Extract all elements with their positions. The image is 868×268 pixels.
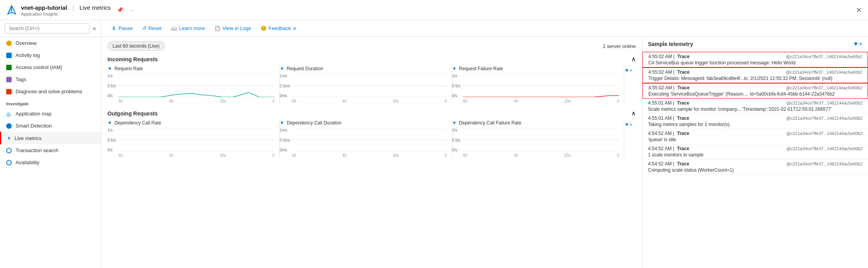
request-duration-header: ▼ Request Duration — [280, 66, 447, 71]
metrics-content: Last 60 seconds (Live) 1 server online I… — [101, 37, 868, 268]
feedback-button[interactable]: 😊 Feedback ∨ — [257, 23, 301, 33]
telemetry-panel: Sample telemetry ▼+ 4:55:02 AM | Trace @… — [642, 37, 868, 268]
telemetry-item[interactable]: 4:55:02 AM | Trace @c221a34ce7ffe37...14… — [643, 67, 868, 83]
telemetry-type-0: Trace — [678, 54, 690, 59]
sidebar-item-activity-log-label: Activity log — [16, 52, 40, 58]
sidebar-item-live-metrics[interactable]: + Live metrics — [0, 132, 101, 144]
dep-call-rate-filter-icon[interactable]: ▼ — [107, 120, 112, 126]
sidebar-item-transaction-search[interactable]: Transaction search — [0, 144, 101, 156]
diagnose-icon — [6, 89, 12, 94]
dep-failure-rate-label: Dependency Call Failure Rate — [459, 120, 521, 126]
app-subtitle: Application Insights — [21, 12, 111, 16]
telemetry-message-5: 'queue' is idle. — [648, 137, 863, 142]
telemetry-item[interactable]: 4:54:52 AM | Trace @c221a34ce7ffe37...14… — [643, 160, 868, 175]
telemetry-item[interactable]: 4:54:52 AM | Trace @c221a34ce7ffe37...14… — [643, 144, 868, 160]
sidebar-item-application-map[interactable]: ◎ Application map — [0, 108, 101, 120]
learn-more-button[interactable]: 📖 Learn more — [167, 23, 209, 33]
incoming-requests-title: Incoming Requests — [107, 56, 158, 62]
dep-failure-y-bot: 0/s — [452, 148, 461, 152]
request-rate-x-20: 20s — [220, 99, 226, 103]
search-input[interactable] — [5, 23, 90, 34]
telemetry-item[interactable]: 4:54:52 AM | Trace @c221a34ce7ffe37...14… — [643, 129, 868, 144]
request-failure-x-40: 40 — [514, 99, 518, 103]
incoming-requests-collapse[interactable]: ∧ — [631, 55, 636, 63]
request-failure-rate-chart — [463, 74, 619, 97]
telemetry-message-2: Executing 'ServiceBusQueueTrigger' (Reas… — [648, 91, 862, 97]
telemetry-item[interactable]: 4:55:02 AM | Trace @c221a34ce7ffe37...14… — [643, 52, 868, 67]
dep-duration-x-20: 20s — [393, 153, 399, 158]
pause-button[interactable]: ⏸ Pause — [107, 23, 137, 33]
telemetry-time-2: 4:55:02 AM — [648, 85, 672, 91]
request-failure-rate-filter-icon[interactable]: ▼ — [452, 66, 457, 71]
sidebar-item-live-metrics-label: Live metrics — [14, 135, 41, 141]
close-button[interactable]: ✕ — [856, 6, 862, 14]
dep-failure-rate-filter-icon[interactable]: ▼ — [452, 120, 457, 126]
incoming-add-metric-button[interactable]: ▼+ — [624, 67, 632, 73]
telemetry-filter-button[interactable]: ▼+ — [853, 41, 863, 48]
outgoing-add-metric-button[interactable]: ▼+ — [624, 122, 632, 128]
request-rate-chart — [118, 74, 275, 97]
dep-call-rate-header: ▼ Dependency Call Rate — [107, 120, 275, 126]
dep-duration-x-40: 40 — [342, 153, 347, 158]
sidebar-collapse-button[interactable]: « — [93, 25, 96, 32]
dep-failure-x-0: 0 — [617, 153, 619, 158]
telemetry-id-7: @c221a34ce7ffe37...1462144ac5e60b2 — [786, 162, 863, 166]
telemetry-type-3: Trace — [677, 100, 689, 106]
telemetry-time-3: 4:55:01 AM — [648, 100, 672, 106]
activity-log-icon — [6, 53, 12, 58]
telemetry-id-4: @c221a34ce7ffe37...1462144ac5e60b2 — [786, 116, 863, 121]
outgoing-requests-collapse[interactable]: ∧ — [631, 110, 636, 117]
time-range-button[interactable]: Last 60 seconds (Live) — [107, 41, 165, 51]
telemetry-item[interactable]: 4:55:01 AM | Trace @c221a34ce7ffe37...14… — [643, 99, 868, 114]
pause-icon: ⏸ — [111, 25, 116, 31]
dep-call-duration-filter-icon[interactable]: ▼ — [280, 120, 284, 126]
telemetry-type-4: Trace — [677, 115, 689, 121]
telemetry-type-1: Trace — [678, 69, 690, 75]
sidebar-item-tags[interactable]: Tags — [0, 73, 101, 85]
tags-icon — [6, 77, 12, 82]
transaction-search-icon — [6, 148, 12, 153]
telemetry-type-7: Trace — [677, 161, 689, 167]
sidebar-item-transaction-search-label: Transaction search — [16, 147, 58, 153]
learn-more-label: Learn more — [179, 25, 205, 31]
pin-button[interactable]: 📌 — [115, 5, 125, 14]
request-failure-rate-col: ▼ Request Failure Rate 1/s 0.5/s 0/s — [452, 66, 624, 103]
telemetry-id-0: @c221a34ce7ffe37...1462144ac5e60b2 — [786, 54, 862, 59]
request-duration-filter-icon[interactable]: ▼ — [280, 66, 284, 71]
telemetry-type-2: Trace — [678, 85, 690, 91]
telemetry-message-0: C# ServiceBus queue trigger function pro… — [648, 60, 862, 66]
telemetry-message-1: Trigger Details: MessageId: fab3ea69cd9e… — [648, 76, 862, 81]
sidebar-item-smart-detection[interactable]: Smart Detection — [0, 120, 101, 132]
request-rate-label: Request Rate — [114, 66, 143, 71]
status-bar: Last 60 seconds (Live) 1 server online — [107, 41, 636, 51]
sidebar-item-access-control[interactable]: Access control (IAM) — [0, 61, 101, 73]
request-failure-x-0: 0 — [617, 99, 619, 103]
dep-call-x-20: 20s — [220, 153, 226, 158]
more-options-button[interactable]: ··· — [128, 5, 136, 14]
dep-failure-rate-col: ▼ Dependency Call Failure Rate 1/s 0.5/s… — [452, 120, 624, 158]
app-insights-logo-icon — [6, 5, 17, 16]
sidebar-item-availability[interactable]: Availability — [0, 156, 101, 169]
sidebar-item-overview[interactable]: Overview — [0, 37, 101, 49]
telemetry-list: 4:55:02 AM | Trace @c221a34ce7ffe37...14… — [643, 52, 868, 268]
application-map-icon: ◎ — [6, 111, 12, 117]
request-duration-y-mid: 0.5ms — [280, 84, 290, 88]
toolbar: ⏸ Pause ↺ Reset 📖 Learn more 📋 View in L… — [101, 20, 868, 37]
smart-detection-icon — [6, 123, 12, 129]
dep-call-duration-y-top: 1ms — [280, 128, 290, 132]
reset-icon: ↺ — [142, 25, 146, 31]
telemetry-message-6: 1 scale monitors to sample — [648, 152, 863, 158]
reset-button[interactable]: ↺ Reset — [138, 23, 166, 33]
dep-call-rate-y-bot: 0/s — [107, 148, 117, 152]
request-rate-filter-icon[interactable]: ▼ — [107, 66, 112, 71]
telemetry-item[interactable]: 4:55:01 AM | Trace @c221a34ce7ffe37...14… — [643, 114, 868, 129]
request-rate-y-mid: 0.5/s — [107, 84, 117, 88]
view-in-logs-button[interactable]: 📋 View in Logs — [210, 23, 255, 33]
telemetry-item[interactable]: 4:55:02 AM | Trace @c221a34ce7ffe37...14… — [643, 83, 868, 99]
dep-call-rate-label: Dependency Call Rate — [114, 120, 161, 126]
sidebar-item-activity-log[interactable]: Activity log — [0, 49, 101, 61]
sidebar-item-diagnose[interactable]: Diagnose and solve problems — [0, 85, 101, 98]
telemetry-message-3: Scale metrics sample for monitor 'compan… — [648, 106, 863, 112]
request-duration-x-0: 0 — [445, 99, 447, 103]
telemetry-type-5: Trace — [677, 131, 689, 136]
